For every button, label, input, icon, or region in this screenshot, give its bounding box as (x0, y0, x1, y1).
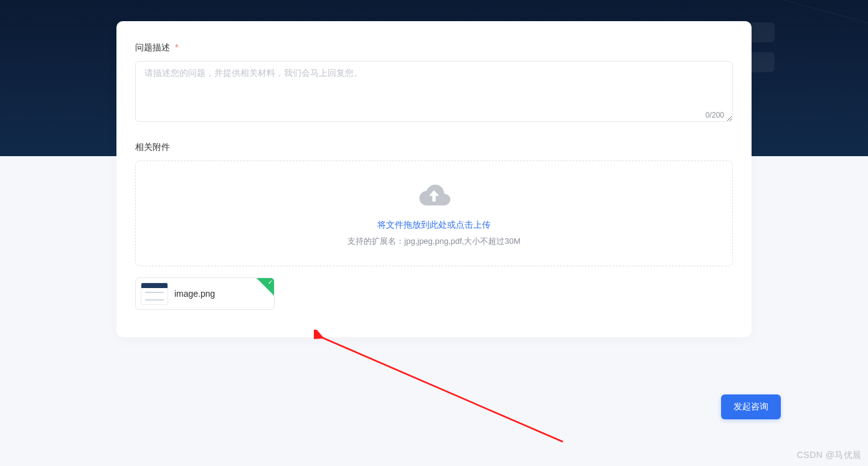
description-label: 问题描述 * (135, 42, 733, 54)
attachment-label: 相关附件 (135, 142, 733, 153)
file-thumbnail (141, 282, 168, 305)
char-count: 0/200 (705, 111, 724, 119)
upload-dropzone[interactable]: 将文件拖放到此处或点击上传 支持的扩展名：jpg,jpeg,png,pdf,大小… (135, 161, 733, 266)
description-label-text: 问题描述 (135, 42, 170, 52)
submit-button[interactable]: 发起咨询 (721, 394, 781, 419)
form-card: 问题描述 * 0/200 相关附件 将文件拖放到此处或点击上传 支持的扩展名：j… (116, 21, 752, 337)
svg-line-0 (321, 337, 563, 442)
upload-cloud-icon (416, 180, 452, 210)
uploaded-file-chip[interactable]: image.png ✓ (135, 277, 275, 310)
watermark: CSDN @马优晨 (797, 450, 862, 461)
upload-tip-text: 支持的扩展名：jpg,jpeg,png,pdf,大小不超过30M (347, 236, 520, 247)
upload-link-text: 将文件拖放到此处或点击上传 (377, 220, 491, 231)
description-textarea[interactable] (135, 61, 733, 122)
file-name: image.png (174, 289, 215, 299)
required-mark: * (175, 42, 178, 52)
annotation-arrow (314, 330, 575, 448)
check-icon: ✓ (268, 279, 273, 286)
